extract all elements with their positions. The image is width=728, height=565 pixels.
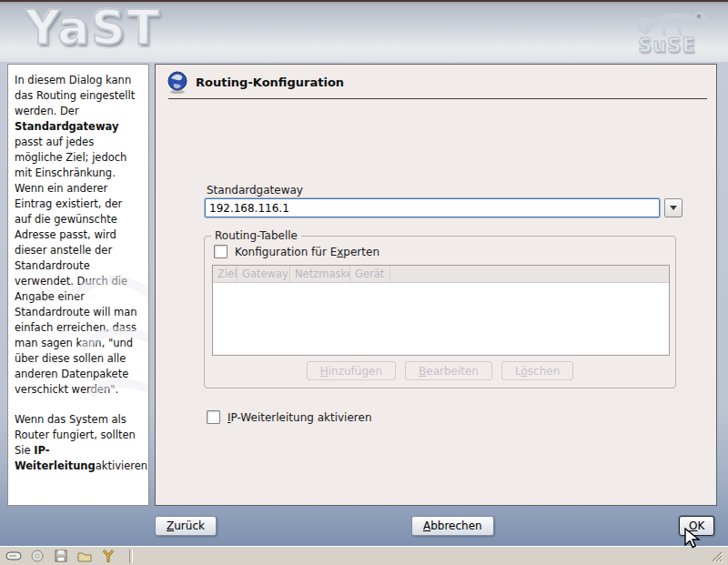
label-text: ateway — [263, 184, 303, 197]
label-text: earbeiten — [426, 365, 479, 378]
checkbox-box[interactable] — [207, 410, 220, 424]
label-text: inzufügen — [329, 365, 382, 378]
taskbar-separator — [129, 550, 133, 563]
drive-icon[interactable] — [5, 549, 22, 563]
checkbox-box[interactable] — [214, 245, 228, 258]
suse-logo-text: SuSE — [617, 35, 717, 56]
label-text: P-Weiterleitung aktivieren — [231, 411, 372, 424]
header-divider — [168, 98, 707, 99]
globe-icon — [167, 71, 188, 95]
routing-table-groupbox: Routing-Tabelle Konfiguration für Expert… — [204, 236, 676, 388]
yast-logo: YaST — [25, 0, 161, 55]
label-mnemonic: Z — [167, 520, 174, 532]
label-mnemonic: H — [320, 365, 329, 378]
help-text-bold: Standardgateway — [15, 120, 118, 133]
watermark-icon — [57, 256, 149, 419]
routing-dialog-panel: Routing-Konfiguration Standardgateway Ro… — [155, 64, 717, 506]
edit-button[interactable]: Bearbeiten — [405, 361, 492, 380]
expert-config-checkbox[interactable]: Konfiguration für Experten — [214, 245, 379, 258]
groupbox-title: Routing-Tabelle — [211, 229, 301, 242]
gateway-input[interactable] — [205, 198, 660, 217]
label-text: Standard — [207, 184, 257, 197]
delete-button[interactable]: Löschen — [501, 361, 573, 380]
help-sidebar: In diesem Dialog kann das Routing einges… — [7, 64, 149, 506]
add-button[interactable]: Hinzufügen — [307, 361, 396, 380]
ok-button[interactable]: OK — [679, 516, 714, 536]
label-text: urück — [174, 520, 205, 532]
suse-logo: SuSE — [617, 4, 717, 58]
chevron-down-icon — [670, 206, 677, 210]
page-title: Routing-Konfiguration — [196, 76, 344, 89]
routing-table-header: Ziel Gateway Netzmaske Gerät — [213, 266, 669, 283]
column-header-gateway: Gateway — [238, 266, 290, 282]
help-paragraph-2: Wenn das System als Router fungiert, sol… — [15, 412, 142, 474]
yast-tool-icon[interactable] — [100, 549, 116, 563]
ip-forwarding-checkbox[interactable]: IP-Weiterleitung aktivieren — [207, 410, 371, 424]
cd-icon[interactable] — [29, 549, 46, 563]
table-button-row: Hinzufügen Bearbeiten Löschen — [205, 361, 675, 380]
label-text: perten — [343, 246, 379, 258]
label-mnemonic: ö — [521, 365, 527, 378]
taskbar — [0, 546, 728, 565]
help-text: aktivieren. — [96, 459, 149, 472]
label-mnemonic: A — [423, 520, 430, 532]
gateway-dropdown-button[interactable] — [664, 198, 682, 217]
folder-icon[interactable] — [76, 549, 93, 563]
help-text: Wenn das System als Router fungiert, sol… — [15, 413, 136, 457]
cancel-button[interactable]: Abbrechen — [411, 516, 494, 536]
gateway-label: Standardgateway — [207, 184, 303, 197]
gateway-combobox — [205, 198, 676, 217]
column-header-ziel: Ziel — [213, 266, 238, 282]
label-text: K — [697, 520, 704, 532]
column-header-geraet: Gerät — [350, 266, 390, 282]
resize-grip[interactable] — [710, 550, 723, 562]
routing-table[interactable]: Ziel Gateway Netzmaske Gerät — [212, 265, 670, 356]
column-header-netzmaske: Netzmaske — [290, 266, 350, 282]
title-banner: YaST SuSE — [0, 0, 728, 62]
checkbox-label: Konfiguration für Experten — [235, 246, 379, 258]
floppy-icon[interactable] — [53, 549, 69, 563]
checkbox-label: IP-Weiterleitung aktivieren — [228, 411, 371, 424]
column-header-filler — [390, 266, 669, 282]
back-button[interactable]: Zurück — [155, 516, 217, 536]
label-text: schen — [528, 365, 560, 378]
label-text: Konfiguration für E — [235, 246, 337, 258]
help-text: In diesem Dialog kann das Routing einges… — [15, 74, 135, 117]
label-text: bbrechen — [430, 520, 481, 532]
